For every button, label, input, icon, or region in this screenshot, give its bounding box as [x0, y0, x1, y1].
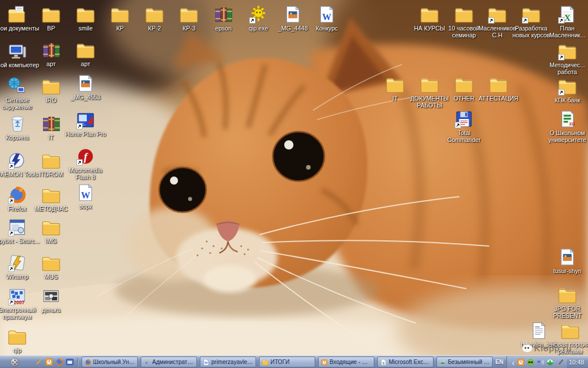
desktop-icon-kpk-bank-folder[interactable]: КПК банк — [544, 76, 588, 103]
folder-icon — [7, 327, 27, 346]
task-buttons: Школьный Уни...eАдминистрати...Wprimerza… — [82, 356, 493, 367]
photobw-icon — [41, 286, 61, 306]
quicklaunch-mail-icon[interactable] — [65, 358, 74, 366]
folder-icon — [488, 5, 507, 24]
task-excel[interactable]: XMicrosoft Excel ... — [377, 356, 434, 367]
desktop-icon-art-folder[interactable]: арт — [63, 40, 109, 67]
network-icon — [7, 76, 27, 96]
desktop-icon-label: _MG_4553 — [71, 94, 100, 101]
folder-icon — [110, 5, 130, 24]
desktop-icon-mus-folder[interactable]: MUS — [28, 253, 74, 280]
firefox-icon — [7, 185, 27, 205]
excel-icon: X — [558, 5, 577, 24]
desktop-icon-label: План Масленник... — [544, 25, 588, 39]
folder-icon — [454, 5, 474, 24]
mydocs-icon — [7, 5, 27, 24]
task-label: ИТОГИ — [270, 359, 289, 365]
desktop-icon-label: OTHER — [454, 95, 475, 102]
desktop-icon-total-commander[interactable]: Total Commander — [441, 109, 487, 143]
task-firefox[interactable]: Школьный Уни... — [82, 356, 138, 367]
task-label: Безымянный - ... — [448, 359, 490, 365]
desktop-icon-label: КР-2 — [148, 25, 161, 32]
language-indicator[interactable]: EN — [493, 358, 506, 366]
folder-icon — [385, 75, 405, 94]
folder-icon — [560, 321, 580, 340]
folder-icon — [558, 41, 577, 61]
tray-qip-icon[interactable] — [517, 358, 525, 366]
tray-brush-icon[interactable] — [556, 358, 564, 366]
tray-collapse-chevron-icon[interactable] — [510, 358, 515, 366]
tray-agent-bubble-icon[interactable] — [546, 358, 554, 366]
start-button[interactable] — [10, 357, 20, 367]
svg-text:e: e — [145, 359, 148, 365]
flash-icon: f — [76, 147, 95, 166]
task-label: primerzayavleni... — [211, 359, 253, 365]
klopp-bug-icon — [520, 339, 534, 353]
svg-text:X: X — [382, 361, 385, 365]
task-mail-inbox[interactable]: Входящие - Mi... — [318, 356, 374, 367]
desktop-icons-layer: Мои документыМой компьютерСетевое окруже… — [0, 0, 588, 368]
desktop-icon-label: BP — [47, 25, 55, 32]
desktop-icon-konkurs-doc[interactable]: WКонкурс — [304, 5, 350, 32]
folder-icon — [179, 5, 199, 24]
folder-icon — [420, 75, 439, 94]
desktop-icon-label: арт — [81, 60, 90, 67]
winamp-icon — [7, 253, 27, 273]
task-label: Входящие - Mi... — [330, 359, 372, 365]
floppy-icon — [454, 109, 474, 129]
folder-icon — [41, 151, 61, 170]
desktop-icon-denga-image[interactable]: деньга — [28, 286, 74, 313]
photo-icon — [558, 247, 577, 267]
desktop-icon-label: IRO — [46, 97, 57, 103]
folder-icon — [145, 5, 164, 24]
photo-icon — [76, 74, 95, 93]
taskbar: Школьный Уни...eАдминистрати...Wprimerza… — [0, 355, 588, 368]
task-word[interactable]: Wprimerzayavleni... — [200, 356, 256, 367]
folder-icon — [41, 76, 61, 96]
taskbar-clock[interactable]: 10:48 — [569, 359, 584, 366]
task-folder-itogi[interactable]: ИТОГИ — [259, 356, 315, 367]
folder-icon — [558, 285, 577, 305]
task-ie[interactable]: eАдминистрати... — [141, 356, 197, 367]
svg-text:W: W — [204, 361, 208, 365]
computer-icon — [7, 41, 27, 61]
desktop-icon-img-folder[interactable]: IMG — [28, 217, 74, 244]
desktop-icon-mg-4553-image[interactable]: _MG_4553 — [63, 74, 109, 101]
task-paint[interactable]: Безымянный - ... — [436, 356, 493, 367]
desktop-icon-label: smile — [79, 25, 93, 32]
docgreen-icon: 311 — [558, 109, 577, 129]
desktop-icon-home-plan-pro[interactable]: Home Plan Pro — [63, 110, 109, 137]
desktop-icon-attestaciya-folder[interactable]: АТТЕСТАЦИЯ — [475, 75, 521, 102]
folder-icon — [76, 40, 95, 60]
desktop-icon-label: Firefox — [8, 205, 26, 212]
desktop-icon-metodich-rabota-folder[interactable]: Методичес... работа — [544, 41, 588, 75]
task-label: Школьный Уни... — [93, 359, 135, 365]
desktop-icon-label: Методичес... работа — [544, 62, 588, 75]
desktop-icon-vork-doc[interactable]: Wворк — [63, 183, 109, 210]
quicklaunch-pencil-icon[interactable] — [34, 358, 43, 366]
desktop-icon-label: Winamp — [6, 273, 29, 280]
folder-icon — [489, 75, 508, 94]
tray-network-icon[interactable] — [536, 358, 544, 366]
desktop-icon-o-shkolnom-doc[interactable]: 311О Школьном университете — [544, 109, 588, 143]
desktop-icon-plan-maslennikov-xls[interactable]: XПлан Масленник... — [544, 5, 588, 39]
photo-icon — [283, 5, 303, 24]
desktop-icon-label: IT — [48, 134, 53, 141]
desktop-icon-jpg-for-present-folder[interactable]: JPG FOR PRESENT — [544, 285, 588, 319]
desktop-icon-label: Home Plan Pro — [65, 131, 106, 137]
quicklaunch-qip-icon[interactable] — [45, 358, 53, 366]
rar-icon — [214, 5, 233, 24]
desktop-icon-label: IT — [392, 95, 397, 102]
quicklaunch-firefox-icon[interactable] — [55, 358, 64, 366]
task-label: Microsoft Excel ... — [389, 359, 431, 365]
desktop-icon-tusur-shyn-image[interactable]: tusur-shyn — [544, 247, 588, 274]
desktop-icon-qip-folder[interactable]: qip — [0, 327, 40, 354]
svg-text:W: W — [322, 12, 331, 22]
tray-messenger-green-icon[interactable] — [527, 358, 535, 366]
klopp-watermark: Klopp.ru — [520, 339, 572, 353]
start-area — [0, 357, 30, 367]
desktop-icon-flash-8[interactable]: fMacromedia Flash 8 — [63, 147, 109, 181]
taskbar-separator — [78, 358, 78, 367]
rar-icon — [41, 114, 61, 133]
desktop-icon-label: qip — [13, 347, 21, 354]
